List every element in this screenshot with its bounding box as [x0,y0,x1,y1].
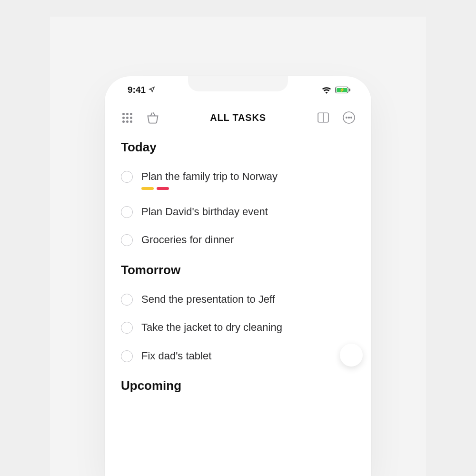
floating-action-button[interactable] [340,344,363,367]
device-notch [188,76,288,91]
section-title-today: Today [121,140,355,155]
task-checkbox[interactable] [121,171,133,183]
more-icon[interactable] [342,110,356,125]
nav-bar: ALL TASKS [105,104,371,130]
wifi-icon [322,87,331,94]
tag-yellow-icon [141,187,154,190]
section-title-upcoming: Upcoming [121,378,355,393]
page-title: ALL TASKS [210,112,266,123]
tag-red-icon [157,187,169,190]
task-checkbox[interactable] [121,234,133,246]
svg-point-5 [351,117,352,119]
status-right: ⚡ [322,87,350,94]
task-checkbox[interactable] [121,322,133,334]
phone-frame: 9:41 ⚡ [105,76,371,476]
task-row[interactable]: Plan the family trip to Norway [121,162,355,198]
task-checkbox[interactable] [121,206,133,218]
task-label: Plan the family trip to Norway [141,170,278,183]
battery-charging-icon: ⚡ [335,87,350,93]
task-list: Today Plan the family trip to Norway Pla… [105,130,371,393]
svg-point-3 [346,117,347,119]
task-label: Fix dad's tablet [141,349,211,363]
task-label: Groceries for dinner [141,233,234,247]
task-row[interactable]: Fix dad's tablet [121,342,355,370]
task-row[interactable]: Send the presentation to Jeff [121,285,355,314]
task-label: Plan David's birthday event [141,205,268,218]
status-time: 9:41 [128,85,146,95]
basket-icon[interactable] [146,110,160,125]
task-tags [141,187,278,190]
svg-point-4 [348,117,350,119]
task-checkbox[interactable] [121,294,133,306]
status-left: 9:41 [128,85,155,95]
task-row[interactable]: Groceries for dinner [121,226,355,254]
backdrop: 9:41 ⚡ [50,17,426,476]
task-checkbox[interactable] [121,350,133,362]
location-arrow-icon [149,85,155,95]
task-label: Take the jacket to dry cleaning [141,321,282,334]
grid-icon[interactable] [120,110,134,125]
task-row[interactable]: Take the jacket to dry cleaning [121,313,355,342]
section-title-tomorrow: Tomorrow [121,263,355,278]
columns-icon[interactable] [316,110,330,125]
task-row[interactable]: Plan David's birthday event [121,198,355,226]
task-label: Send the presentation to Jeff [141,293,275,306]
